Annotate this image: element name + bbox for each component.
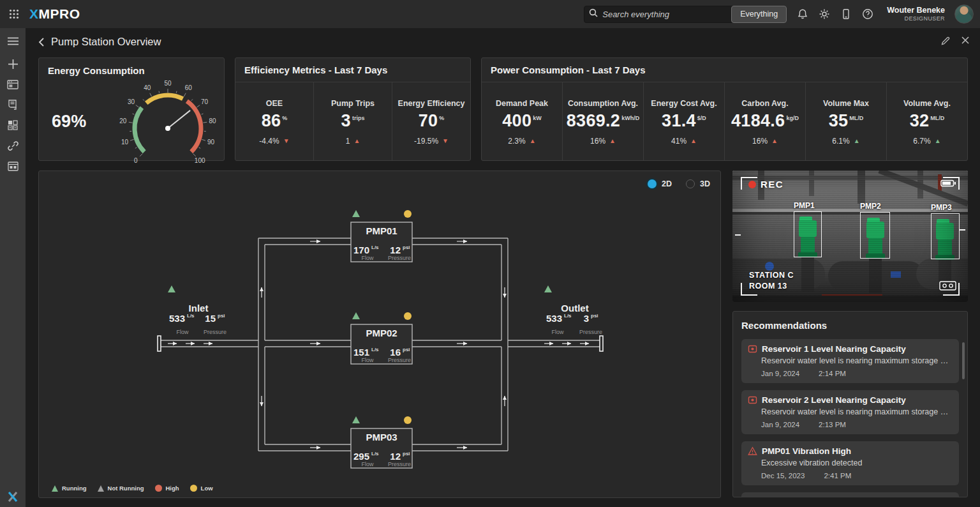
pump-flow-unit: L/s bbox=[371, 451, 379, 457]
camera-location: STATION C ROOM 13 bbox=[749, 270, 794, 292]
search-scope-button[interactable]: Everything bbox=[731, 6, 787, 23]
metric-label: Demand Peak bbox=[496, 99, 548, 108]
form-icon[interactable] bbox=[0, 95, 26, 115]
view-3d-radio[interactable]: 3D bbox=[686, 179, 710, 188]
recommendation-item-partial[interactable] bbox=[741, 492, 959, 497]
tiles-icon[interactable] bbox=[0, 115, 26, 135]
outlet-endcap bbox=[600, 336, 603, 351]
svg-text:10: 10 bbox=[121, 139, 129, 146]
radio-unselected-icon bbox=[686, 179, 695, 188]
metric-label: Volume Max bbox=[823, 99, 869, 108]
apps-grid-icon[interactable] bbox=[0, 0, 28, 28]
metric-delta: 2.3% bbox=[508, 137, 525, 146]
inlet-label: Inlet bbox=[189, 303, 209, 314]
menu-icon[interactable] bbox=[0, 31, 26, 51]
mobile-icon[interactable] bbox=[840, 8, 852, 20]
pump-pressure-low-icon bbox=[404, 416, 412, 424]
rec-dot-icon bbox=[748, 181, 756, 188]
legend-item: Running bbox=[52, 485, 87, 492]
inlet-flow-value: 533 bbox=[169, 313, 185, 324]
trend-arrow-icon: ▲ bbox=[530, 137, 536, 144]
legend-item: High bbox=[155, 485, 179, 492]
help-icon[interactable] bbox=[861, 8, 873, 20]
inlet-pressure-caption: Pressure bbox=[204, 329, 226, 335]
pump-pressure-value: 12 bbox=[390, 245, 401, 255]
outlet-pressure-unit: psi bbox=[591, 313, 598, 319]
legend-shape-1 bbox=[98, 485, 104, 492]
pump-flow-caption: Flow bbox=[361, 357, 374, 363]
pump-title: PMP01 bbox=[366, 225, 397, 236]
avatar[interactable] bbox=[954, 4, 974, 24]
close-icon[interactable] bbox=[961, 36, 970, 46]
pump-node-pmp03[interactable]: PMP03 295 L/s 12 psi Flow Pressure bbox=[351, 416, 412, 468]
recommendation-item[interactable]: PMP01 Vibration High Excessive vibration… bbox=[741, 441, 959, 485]
gear-icon[interactable] bbox=[818, 8, 830, 20]
metric-tile: Pump Trips 3trips 1▲ bbox=[314, 82, 392, 160]
camera-label-pmp3: PMP3 bbox=[931, 203, 952, 212]
radio-selected-icon bbox=[648, 179, 657, 188]
recommendations-title: Recommendations bbox=[741, 320, 959, 331]
energy-consumption-card: Energy Consumption 69% 01020304050607080… bbox=[38, 57, 225, 161]
pump-node-pmp02[interactable]: PMP02 151 L/s 16 psi Flow Pressure bbox=[351, 312, 412, 364]
outlet-pressure-caption: Pressure bbox=[579, 329, 602, 335]
edit-icon[interactable] bbox=[940, 36, 951, 46]
main-content: Pump Station Overview Energy Consumption… bbox=[26, 28, 980, 507]
metric-value: 70 bbox=[419, 111, 438, 130]
search-input[interactable] bbox=[602, 10, 731, 19]
trend-arrow-icon: ▲ bbox=[771, 137, 778, 144]
inlet-endcap bbox=[158, 336, 161, 351]
recommendation-title: Reservoir 1 Level Nearing Capacity bbox=[762, 344, 906, 354]
inlet-node: Inlet 533 L/s 15 psi Flow Pressure bbox=[168, 285, 226, 335]
card-title: Efficiency Metrics - Last 7 Days bbox=[235, 58, 470, 82]
svg-text:50: 50 bbox=[165, 80, 172, 87]
legend-label: Not Running bbox=[108, 485, 144, 492]
user-menu[interactable]: Wouter Beneke DESIGNUSER bbox=[887, 6, 945, 22]
bell-icon[interactable] bbox=[796, 8, 808, 20]
trend-arrow-icon: ▲ bbox=[690, 137, 697, 144]
pump-node-pmp01[interactable]: PMP01 170 L/s 12 psi Flow Pressure bbox=[351, 210, 412, 262]
top-bar: XMPRO Everything bbox=[0, 0, 980, 28]
browser-icon[interactable] bbox=[0, 74, 26, 95]
legend-item: Low bbox=[190, 485, 213, 492]
page-title: Pump Station Overview bbox=[51, 36, 161, 48]
svg-text:80: 80 bbox=[209, 117, 217, 125]
metric-delta: 16% bbox=[752, 137, 768, 146]
inlet-pressure-value: 15 bbox=[205, 313, 216, 324]
camera-bbox-pmp1 bbox=[794, 211, 822, 257]
metric-delta: 6.1% bbox=[832, 137, 849, 146]
trend-arrow-icon: ▲ bbox=[353, 137, 360, 144]
metric-unit: $/D bbox=[697, 115, 706, 121]
view-2d-radio[interactable]: 2D bbox=[648, 179, 672, 188]
inlet-flow-unit: L/s bbox=[187, 313, 195, 319]
recommendation-time: 2:41 PM bbox=[824, 472, 851, 480]
warning-icon bbox=[748, 446, 757, 456]
camera-feed-panel[interactable]: REC PMP1 PMP2 PMP3 STATION C R bbox=[732, 170, 968, 302]
svg-text:100: 100 bbox=[195, 157, 205, 164]
recommendation-item[interactable]: Reservoir 1 Level Nearing Capacity Reser… bbox=[741, 339, 959, 383]
svg-text:20: 20 bbox=[120, 117, 128, 125]
metric-tile: Volume Avg. 32ML/D 6.7%▲ bbox=[887, 82, 967, 160]
metric-delta: -19.5% bbox=[414, 137, 438, 146]
pump-flow-caption: Flow bbox=[361, 255, 374, 261]
pump-schematic-card: Inlet 533 L/s 15 psi Flow Pressure Outle… bbox=[38, 170, 721, 498]
metric-unit: % bbox=[282, 115, 287, 121]
recommendations-scrollbar[interactable] bbox=[962, 342, 965, 379]
search-box: Everything bbox=[584, 6, 787, 23]
metric-value: 400 bbox=[502, 111, 531, 130]
metric-label: OEE bbox=[266, 99, 283, 108]
recommendation-title: Reservoir 2 Level Nearing Capacity bbox=[762, 395, 906, 405]
plus-icon[interactable] bbox=[0, 54, 26, 74]
back-button[interactable] bbox=[38, 37, 45, 47]
recommendation-item[interactable]: Reservoir 2 Level Nearing Capacity Reser… bbox=[741, 390, 959, 434]
metric-value: 35 bbox=[829, 111, 849, 130]
link-icon[interactable] bbox=[0, 135, 26, 156]
recommendation-date: Jan 9, 2024 bbox=[761, 421, 799, 428]
metric-value: 3 bbox=[341, 111, 351, 130]
pump-pressure-value: 12 bbox=[390, 451, 401, 462]
svg-text:40: 40 bbox=[144, 84, 151, 91]
trend-arrow-icon: ▼ bbox=[442, 137, 449, 144]
svg-text:30: 30 bbox=[128, 98, 135, 105]
pump-pressure-caption: Pressure bbox=[388, 255, 411, 261]
view-toggle: 2D 3D bbox=[648, 179, 710, 188]
window-grid-icon[interactable] bbox=[0, 156, 26, 176]
